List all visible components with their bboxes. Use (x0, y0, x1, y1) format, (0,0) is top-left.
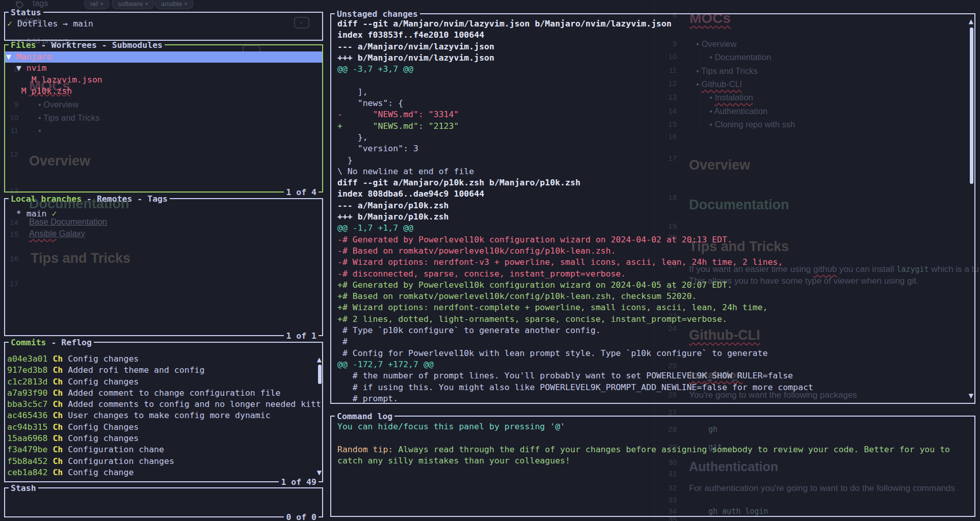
diff-line-hunk[interactable]: @@ -3,7 +3,7 @@ (337, 64, 974, 75)
status-panel-title: Status (9, 8, 43, 17)
tab-reflog[interactable]: Reflog (61, 338, 92, 347)
commits-panel[interactable]: Commits - Reflog a04e3a01 Ch Config chan… (4, 342, 323, 482)
diff-line-ctx[interactable]: \ No newline at end of file (337, 166, 974, 177)
diff-line-ctx[interactable]: # if using this. You might also like POW… (337, 382, 974, 393)
tab-commits[interactable]: Commits (11, 338, 46, 347)
command-log-line-text: Random tip: (337, 445, 398, 454)
file-row-text: ▼ (16, 63, 27, 73)
branches-panel-tabs[interactable]: Local branches - Remotes - Tags (9, 194, 170, 204)
diff-line-ctx[interactable]: # prompt. (337, 393, 974, 403)
diff-line-hdr[interactable]: --- a/Manjaro/nvim/lazyvim.json (337, 41, 974, 52)
command-log-line-text: Always read through the diff of your cha… (398, 445, 950, 454)
diff-line-hdr[interactable]: +++ b/Manjaro/p10k.zsh (337, 211, 974, 223)
diff-line-add[interactable]: +# Based on romkatv/powerlevel10k/config… (337, 291, 974, 302)
commit-row[interactable]: ac465436 Ch User changes to make config … (7, 410, 322, 421)
branch-row[interactable]: * main ✓ (5, 208, 322, 220)
tab-submodules[interactable]: Submodules (112, 40, 163, 50)
scroll-down-icon[interactable]: ▼ (969, 393, 973, 399)
commit-row[interactable]: 917ed3b8 Ch Added rofi theme and config (7, 365, 322, 376)
diff-line-ctx[interactable]: # Config for Powerlevel10k with lean pro… (337, 348, 974, 359)
scroll-down-icon[interactable]: ▼ (317, 470, 322, 476)
commits-panel-tabs[interactable]: Commits - Reflog (9, 338, 94, 347)
commit-row[interactable]: c1c2813d Ch Config changes (7, 376, 322, 388)
diff-line-del[interactable]: - "NEWS.md": "3314" (337, 109, 974, 120)
commit-message: Config changes (68, 433, 139, 443)
commit-row[interactable]: 15aa6968 Ch Config changes (7, 433, 322, 444)
file-row-text (6, 63, 16, 73)
command-log-line: Random tip: Always read through the diff… (337, 444, 974, 455)
diff-line-ctx[interactable] (337, 75, 974, 86)
commit-row[interactable]: f3a479be Ch Configuration chane (7, 444, 322, 455)
commit-author: Ch (47, 399, 68, 409)
commit-author: Ch (47, 445, 68, 454)
commit-message: Config changes (68, 377, 139, 387)
diff-line-ctx[interactable]: "news": { (337, 98, 974, 109)
diff-line-ctx[interactable]: # the number of prompt lines. You'll pro… (337, 370, 974, 381)
diff-line-hdr[interactable]: index 808dba6..dae94c9 100644 (337, 188, 974, 200)
file-row-text: lazyvim.json (42, 75, 102, 85)
diff-line-add[interactable]: +# Wizard options: nerdfont-complete + p… (337, 302, 974, 313)
status-line-text: ✓ (7, 19, 17, 29)
diff-line-ctx[interactable]: "version": 3 (337, 143, 974, 154)
diff-line-del[interactable]: -# Generated by Powerlevel10k configurat… (337, 234, 974, 245)
diff-line-add[interactable]: + "NEWS.md": "2123" (337, 121, 974, 132)
files-panel-tabs[interactable]: Files - Worktrees - Submodules (9, 40, 165, 50)
file-row[interactable]: M lazyvim.json (5, 74, 322, 86)
diff-line-del[interactable]: -# Wizard options: nerdfont-v3 + powerli… (337, 257, 974, 268)
diff-line-del[interactable]: -# disconnected, sparse, concise, instan… (337, 268, 974, 280)
diff-line-ctx[interactable]: ], (337, 87, 974, 98)
diff-line-hdr[interactable]: diff --git a/Manjaro/p10k.zsh b/Manjaro/… (337, 177, 974, 188)
diff-line-hdr[interactable]: index f03853f..f4e2010 100644 (337, 30, 974, 41)
tab-separator: - (36, 40, 51, 50)
command-log-line-text: catch any silly mistakes than your colle… (337, 456, 570, 465)
stash-panel[interactable]: Stash 0 of 0 (4, 488, 323, 517)
lazygit-screen: tags ref ×software ×ansible × publish ✓ … (0, 0, 980, 521)
commit-message: Configuration chane (68, 445, 164, 454)
status-panel[interactable]: Status ✓ DotFiles → main (4, 12, 323, 41)
diff-view: diff --git a/Manjaro/nvim/lazyvim.json b… (331, 14, 974, 403)
commit-author: Ch (47, 456, 68, 466)
tab-files[interactable]: Files (11, 40, 36, 50)
file-row[interactable]: M p10k.zsh (5, 86, 322, 97)
diff-line-hunk[interactable]: @@ -172,7 +172,7 @@ (337, 359, 974, 370)
diff-line-ctx[interactable]: }, (337, 132, 974, 143)
commits-scrollbar[interactable] (318, 365, 322, 384)
branch-row-text: * main (6, 209, 51, 218)
command-log-panel[interactable]: Command log You can hide/focus this pane… (330, 416, 975, 517)
unstaged-changes-panel[interactable]: Unstaged changes diff --git a/Manjaro/nv… (330, 14, 975, 404)
commit-row[interactable]: a7a93f90 Ch Added comment to change conf… (7, 388, 322, 399)
diff-line-add[interactable]: +# Generated by Powerlevel10k configurat… (337, 280, 974, 291)
branches-panel[interactable]: Local branches - Remotes - Tags * main ✓… (4, 199, 323, 336)
status-line[interactable]: ✓ DotFiles → main (7, 18, 322, 30)
tab-remotes[interactable]: Remotes (97, 194, 133, 204)
tab-separator: - (82, 194, 97, 204)
commit-row[interactable]: bba3c5c7 Ch Added comments to config and… (7, 399, 322, 410)
diff-line-ctx[interactable]: # Type `p10k configure` to generate anot… (337, 325, 974, 336)
unstaged-panel-title: Unstaged changes (335, 9, 420, 19)
tab-worktrees[interactable]: Worktrees (51, 40, 96, 50)
diff-line-del[interactable]: -# Based on romkatv/powerlevel10k/config… (337, 245, 974, 257)
tab-local-branches[interactable]: Local branches (11, 194, 82, 204)
command-log-line (337, 432, 974, 444)
commit-row[interactable]: a04e3a01 Ch Config changes (7, 353, 322, 365)
files-panel[interactable]: Files - Worktrees - Submodules ▼ Manjaro… (4, 45, 323, 192)
diff-line-hdr[interactable]: --- a/Manjaro/p10k.zsh (337, 200, 974, 211)
diff-line-ctx[interactable]: # (337, 336, 974, 347)
diff-scrollbar[interactable] (970, 28, 973, 184)
commit-hash: 15aa6968 (7, 433, 47, 443)
diff-line-add[interactable]: +# 2 lines, dotted, light-ornaments, spa… (337, 314, 974, 325)
scroll-up-icon[interactable]: ▲ (317, 357, 322, 363)
diff-line-ctx[interactable]: } (337, 155, 974, 166)
commit-row[interactable]: f5b8a452 Ch Configuration changes (7, 456, 322, 467)
scroll-up-icon[interactable]: ▲ (969, 18, 973, 24)
diff-line-hdr[interactable]: diff --git a/Manjaro/nvim/lazyvim.json b… (337, 18, 974, 30)
diff-line-hdr[interactable]: +++ b/Manjaro/nvim/lazyvim.json (337, 52, 974, 64)
tab-tags[interactable]: Tags (147, 194, 168, 204)
branch-list: * main ✓ (5, 199, 322, 336)
file-row-text: Manjaro (16, 52, 52, 62)
file-row[interactable]: ▼ nvim (5, 63, 322, 74)
commit-row[interactable]: ac94b315 Ch Config Changes (7, 422, 322, 433)
file-row[interactable]: ▼ Manjaro (5, 51, 322, 63)
diff-line-hunk[interactable]: @@ -1,7 +1,7 @@ (337, 223, 974, 234)
file-row-text: ▼ (6, 52, 16, 62)
